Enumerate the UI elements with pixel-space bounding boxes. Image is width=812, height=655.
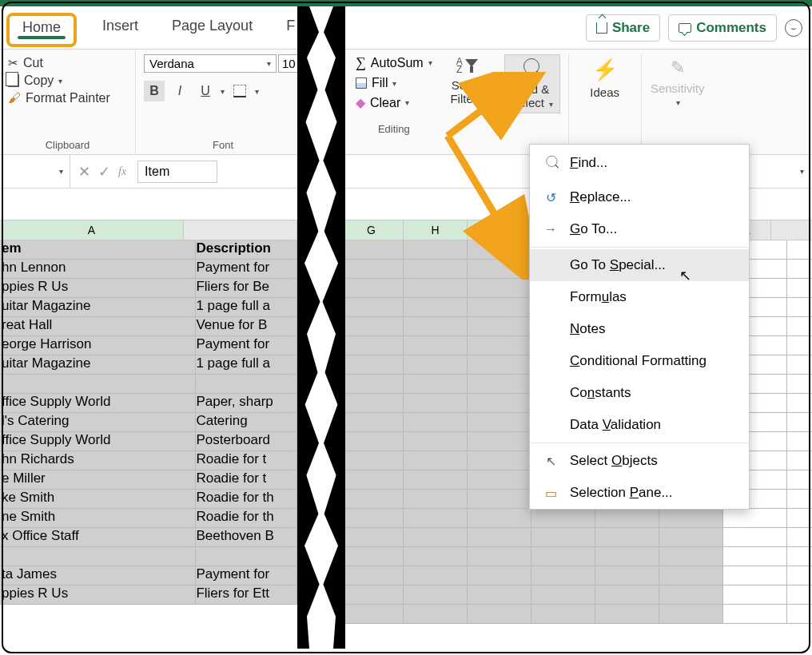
- cell-empty[interactable]: [404, 547, 468, 566]
- cell-empty[interactable]: [531, 547, 595, 566]
- cell-empty[interactable]: [340, 279, 404, 297]
- cell-empty[interactable]: [468, 413, 531, 431]
- cell-empty[interactable]: [468, 547, 531, 566]
- enter-formula-icon[interactable]: ✓: [98, 163, 110, 181]
- col-header-B[interactable]: [184, 220, 297, 240]
- cell-empty[interactable]: [595, 528, 659, 546]
- cell-empty[interactable]: [340, 298, 404, 316]
- cell-empty[interactable]: [468, 260, 531, 278]
- cell-empty[interactable]: [404, 432, 468, 451]
- fx-icon[interactable]: fx: [118, 165, 126, 178]
- cell-empty[interactable]: [340, 490, 404, 508]
- cell-item[interactable]: reat Hall: [0, 317, 196, 335]
- cell-empty[interactable]: [340, 317, 404, 335]
- cell-empty[interactable]: [659, 528, 723, 546]
- cell-item[interactable]: [0, 547, 196, 566]
- cell-empty[interactable]: [340, 451, 404, 470]
- cell-empty[interactable]: [468, 605, 531, 623]
- cell-desc[interactable]: Roadie for th: [196, 490, 297, 508]
- sort-filter-button[interactable]: AZ Sort & Filter ▾: [440, 54, 496, 109]
- cell-desc[interactable]: 1 page full a: [196, 298, 297, 316]
- cell-empty[interactable]: [404, 298, 468, 316]
- cell-empty[interactable]: [468, 336, 531, 355]
- cell-empty[interactable]: [340, 240, 404, 259]
- cell-desc[interactable]: Catering: [196, 413, 297, 431]
- border-button[interactable]: [229, 81, 250, 101]
- menu-goto-special[interactable]: Go To Special...: [530, 249, 749, 281]
- cell-item[interactable]: [0, 375, 196, 393]
- cell-empty[interactable]: [595, 566, 659, 585]
- cell-empty[interactable]: [404, 586, 468, 604]
- cell-empty[interactable]: [723, 528, 787, 546]
- cell-desc[interactable]: Paper, sharp: [196, 394, 297, 412]
- menu-find[interactable]: Find...: [530, 145, 749, 181]
- italic-button[interactable]: I: [169, 81, 190, 101]
- menu-goto[interactable]: → Go To...: [530, 213, 749, 245]
- cell-empty[interactable]: [340, 586, 404, 604]
- cell-empty[interactable]: [531, 509, 595, 527]
- cell-empty[interactable]: [468, 509, 531, 527]
- cell-empty[interactable]: [340, 336, 404, 355]
- fill-button[interactable]: Fill ▾: [356, 76, 432, 90]
- ideas-button[interactable]: ⚡ Ideas: [577, 54, 633, 102]
- cell-desc[interactable]: Fliers for Ett: [196, 586, 297, 604]
- cell-empty[interactable]: [659, 605, 723, 623]
- cell-empty[interactable]: [468, 432, 531, 451]
- cell-empty[interactable]: [468, 394, 531, 412]
- cell-empty[interactable]: [723, 586, 787, 604]
- cell-empty[interactable]: [531, 566, 595, 585]
- cell-desc[interactable]: Payment for: [196, 566, 297, 585]
- cell-empty[interactable]: [595, 509, 659, 527]
- cell-empty[interactable]: [340, 260, 404, 278]
- cell-desc[interactable]: Beethoven B: [196, 528, 297, 546]
- clear-button[interactable]: ◆ Clear ▾: [356, 95, 432, 110]
- cell-item[interactable]: hn Richards: [0, 451, 196, 470]
- cell-empty[interactable]: [659, 586, 723, 604]
- cancel-formula-icon[interactable]: ✕: [78, 163, 90, 181]
- cell-item[interactable]: x Office Staff: [0, 528, 196, 546]
- cell-empty[interactable]: [468, 470, 531, 489]
- find-select-button[interactable]: Find & Select ▾: [504, 54, 560, 113]
- cell-empty[interactable]: [531, 605, 595, 623]
- cell-empty[interactable]: [468, 490, 531, 508]
- cell-empty[interactable]: [659, 547, 723, 566]
- cell-item[interactable]: eorge Harrison: [0, 336, 196, 355]
- cell-empty[interactable]: [340, 375, 404, 393]
- menu-selection-pane[interactable]: ▭ Selection Pane...: [530, 477, 749, 509]
- chevron-down-icon[interactable]: ▾: [221, 87, 225, 96]
- cell-empty[interactable]: [468, 355, 531, 374]
- col-header-G[interactable]: G: [340, 220, 404, 240]
- name-box[interactable]: ▾: [0, 155, 70, 188]
- cell-empty[interactable]: [659, 509, 723, 527]
- format-painter-button[interactable]: 🖌 Format Painter: [8, 89, 127, 107]
- cell-desc[interactable]: Roadie for t: [196, 470, 297, 489]
- table-header-desc[interactable]: Description: [196, 240, 297, 259]
- menu-replace[interactable]: ↺ Replace...: [530, 181, 749, 213]
- menu-constants[interactable]: Constants: [530, 377, 749, 409]
- cell-empty[interactable]: [468, 279, 531, 297]
- cell-empty[interactable]: [340, 547, 404, 566]
- menu-conditional-formatting[interactable]: Conditional Formatting: [530, 345, 749, 377]
- cell-item[interactable]: ke Smith: [0, 490, 196, 508]
- cell-empty[interactable]: [404, 451, 468, 470]
- cell-empty[interactable]: [404, 375, 468, 393]
- col-header-hidden1[interactable]: [468, 220, 531, 240]
- cell-empty[interactable]: [340, 355, 404, 374]
- cell-desc[interactable]: [196, 375, 297, 393]
- cell-empty[interactable]: [404, 240, 468, 259]
- expand-formula-bar-icon[interactable]: ▾: [800, 167, 804, 176]
- cell-empty[interactable]: [340, 528, 404, 546]
- cell-desc[interactable]: Roadie for th: [196, 509, 297, 527]
- cell-item[interactable]: ppies R Us: [0, 279, 196, 297]
- cell-empty[interactable]: [723, 605, 787, 623]
- cell-empty[interactable]: [340, 566, 404, 585]
- cell-empty[interactable]: [340, 470, 404, 489]
- cell-empty[interactable]: [723, 509, 787, 527]
- menu-select-objects[interactable]: ↖ Select Objects: [530, 445, 749, 477]
- cell-desc[interactable]: Posterboard: [196, 432, 297, 451]
- tab-page-layout[interactable]: Page Layout: [164, 13, 261, 39]
- cell-empty[interactable]: [723, 547, 787, 566]
- cell-empty[interactable]: [340, 432, 404, 451]
- cell-empty[interactable]: [404, 260, 468, 278]
- cell-desc[interactable]: [196, 547, 297, 566]
